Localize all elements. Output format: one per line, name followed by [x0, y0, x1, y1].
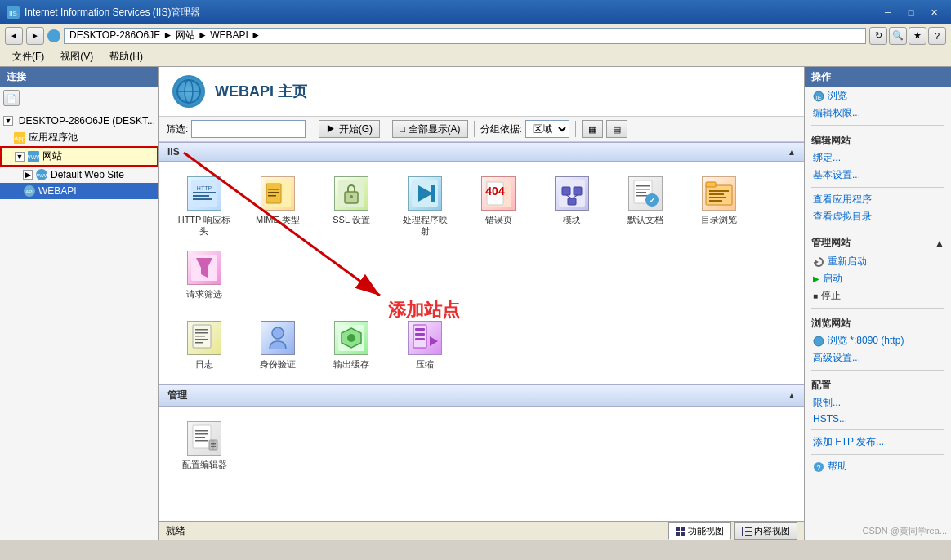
- basic-settings-action[interactable]: 基本设置...: [805, 167, 951, 184]
- icon-config-editor[interactable]: 配置编辑器: [167, 415, 241, 477]
- nav-icon: [47, 29, 60, 42]
- browse-action[interactable]: IE 浏览: [805, 87, 951, 104]
- icon-log[interactable]: 日志: [167, 314, 241, 376]
- start-label: 启动: [823, 272, 842, 286]
- start-button[interactable]: ▶ 开始(G): [319, 120, 380, 138]
- svg-text:WWW: WWW: [27, 154, 40, 160]
- view-button2[interactable]: ▤: [606, 120, 627, 138]
- breadcrumb: DESKTOP-286O6JE ► 网站 ► WEBAPI ►: [69, 29, 261, 42]
- section-header-iis[interactable]: IIS ▲: [159, 142, 804, 162]
- icon-handler[interactable]: 处理程序映射: [388, 170, 462, 244]
- tree-item-apppool[interactable]: App 应用程序池: [0, 129, 158, 146]
- svg-rect-59: [195, 332, 208, 334]
- advanced-settings-action[interactable]: 高级设置...: [805, 349, 951, 367]
- hsts-action[interactable]: HSTS...: [805, 411, 951, 426]
- default-doc-icon-img: ✓: [628, 176, 663, 211]
- auth-icon-img: [261, 321, 295, 355]
- right-panel-title: 操作: [811, 71, 831, 82]
- toolbar-separator: [386, 121, 386, 137]
- svg-rect-38: [574, 187, 582, 195]
- svg-rect-73: [195, 433, 208, 435]
- filter-input[interactable]: [191, 120, 306, 138]
- icon-ssl[interactable]: SSL 设置: [315, 170, 388, 244]
- expand-default-site[interactable]: ▶: [23, 170, 33, 180]
- help-action[interactable]: ? 帮助: [805, 458, 951, 475]
- show-all-button[interactable]: □ 全部显示(A): [392, 120, 468, 138]
- menu-help[interactable]: 帮助(H): [102, 47, 150, 66]
- refresh-button[interactable]: ↻: [869, 27, 887, 45]
- help-button[interactable]: ?: [928, 27, 946, 45]
- stop-action[interactable]: ■ 停止: [805, 287, 951, 304]
- minimize-button[interactable]: ─: [877, 4, 899, 20]
- function-view-tab[interactable]: 功能视图: [668, 522, 731, 540]
- help-label: 帮助: [828, 460, 847, 473]
- tree-label-apppool: 应用程序池: [29, 131, 78, 144]
- module-icon-img: [555, 176, 589, 211]
- svg-rect-45: [636, 192, 646, 193]
- compress-label: 压缩: [416, 358, 434, 370]
- icon-dir-browse[interactable]: 目录浏览: [682, 170, 756, 244]
- forward-button[interactable]: ►: [26, 27, 44, 45]
- request-filter-label: 请求筛选: [186, 288, 222, 300]
- svg-rect-23: [266, 184, 281, 203]
- icon-default-doc[interactable]: ✓ 默认文档: [609, 170, 682, 244]
- content-scroll[interactable]: IIS ▲ HTTP HTTP 响应标头: [159, 142, 804, 521]
- menu-view[interactable]: 视图(V): [53, 47, 100, 66]
- tree-item-server[interactable]: ▼ DESKTOP-286O6JE (DESKT...: [0, 113, 158, 129]
- svg-rect-78: [211, 443, 216, 445]
- expand-sites[interactable]: ▼: [15, 152, 25, 162]
- svg-rect-26: [268, 195, 276, 197]
- dir-browse-label: 目录浏览: [701, 214, 737, 225]
- edit-perms-action[interactable]: 编辑权限...: [805, 104, 951, 122]
- maximize-button[interactable]: □: [900, 4, 922, 20]
- icon-compress[interactable]: 压缩: [388, 314, 462, 376]
- search-button[interactable]: 🔍: [889, 27, 907, 45]
- section-arrow-mgmt: ▲: [788, 391, 796, 400]
- svg-rect-62: [195, 342, 203, 344]
- icon-output-cache[interactable]: 输出缓存: [315, 314, 388, 376]
- limit-action[interactable]: 限制...: [805, 394, 951, 411]
- view-vdir-action[interactable]: 查看虚拟目录: [805, 208, 951, 225]
- http-label: HTTP 响应标头: [178, 214, 231, 238]
- toolbar-separator2: [474, 121, 475, 137]
- browse-port-action[interactable]: 浏览 *:8090 (http): [805, 332, 951, 349]
- section-header-mgmt[interactable]: 管理 ▲: [159, 384, 804, 407]
- tree-item-default-site[interactable]: ▶ WWW Default Web Site: [0, 167, 158, 183]
- icon-error[interactable]: 404 错误页: [462, 170, 535, 244]
- tree-item-webapi[interactable]: API WEBAPI: [0, 183, 158, 199]
- page-title: WEBAPI 主页: [215, 82, 307, 101]
- icon-mime[interactable]: MIME 类型: [241, 170, 315, 244]
- view-button[interactable]: ▦: [582, 120, 603, 138]
- sidebar-new-btn[interactable]: 📄: [3, 90, 20, 106]
- config-label: 配置: [811, 380, 831, 391]
- svg-text:App: App: [14, 135, 26, 142]
- icon-auth[interactable]: 身份验证: [241, 314, 315, 376]
- start-action[interactable]: ▶ 启动: [805, 270, 951, 287]
- svg-rect-75: [195, 440, 208, 442]
- browse-port-label: 浏览 *:8090 (http): [828, 334, 904, 348]
- restart-action[interactable]: 重新启动: [805, 253, 951, 270]
- apppool-icon: App: [13, 131, 26, 144]
- back-button[interactable]: ◄: [5, 27, 23, 45]
- icon-request-filter[interactable]: 请求筛选: [167, 244, 241, 306]
- icon-module[interactable]: 模块: [535, 170, 609, 244]
- close-button[interactable]: ✕: [923, 4, 944, 20]
- bind-action[interactable]: 绑定...: [805, 149, 951, 167]
- right-divider4: [811, 308, 944, 309]
- svg-text:IIS: IIS: [9, 10, 17, 17]
- icon-http[interactable]: HTTP HTTP 响应标头: [167, 170, 241, 244]
- menu-file[interactable]: 文件(F): [5, 47, 51, 66]
- auth-label: 身份验证: [260, 358, 296, 370]
- svg-rect-51: [709, 190, 729, 192]
- svg-rect-81: [681, 527, 685, 531]
- error-label: 错误页: [485, 214, 512, 225]
- favorites-button[interactable]: ★: [909, 27, 926, 45]
- expand-server[interactable]: ▼: [3, 116, 13, 126]
- view-app-action[interactable]: 查看应用程序: [805, 191, 951, 208]
- stop-label: 停止: [821, 289, 841, 303]
- ftp-publish-action[interactable]: 添加 FTP 发布...: [805, 433, 951, 451]
- svg-rect-53: [709, 197, 726, 198]
- tree-item-sites[interactable]: ▼ WWW 网站: [0, 146, 158, 167]
- content-view-tab[interactable]: 内容视图: [734, 522, 797, 540]
- group-select[interactable]: 区域: [525, 120, 569, 138]
